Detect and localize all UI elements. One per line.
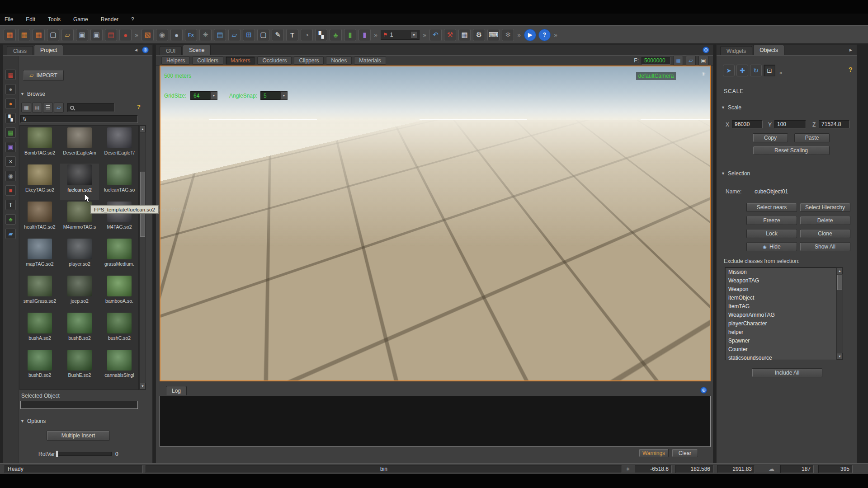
tab-log[interactable]: Log xyxy=(166,386,187,395)
keyboard-shortcuts-icon[interactable]: ⌨ xyxy=(487,29,500,41)
asset-item[interactable]: cannabisSingl xyxy=(100,349,139,385)
app-logo-icon[interactable]: ▦ xyxy=(4,29,16,41)
time-tool-icon[interactable]: ◔ xyxy=(301,29,313,41)
scale-x-field[interactable]: 96030 xyxy=(732,120,763,128)
freeze-button[interactable]: Freeze xyxy=(746,216,797,225)
move-tool-icon[interactable]: ✚ xyxy=(736,65,748,76)
more-options-chevron-icon[interactable]: » xyxy=(516,29,522,41)
select-tool-icon[interactable]: ➤ xyxy=(723,65,735,76)
scale-z-field[interactable]: 71524.8 xyxy=(819,120,849,128)
rotvar-slider-thumb[interactable] xyxy=(56,450,58,457)
more-editors-chevron-icon[interactable]: » xyxy=(373,29,378,41)
scene-logo-icon[interactable]: ▦ xyxy=(18,29,30,41)
panel-help-icon[interactable]: ? xyxy=(849,66,853,73)
selection-section-header[interactable]: ▼ Selection xyxy=(721,170,750,177)
rotate-tool-icon[interactable]: ↻ xyxy=(750,65,762,76)
list-item[interactable]: helper xyxy=(725,328,843,336)
selected-object-input[interactable] xyxy=(23,402,135,408)
clone-button[interactable]: Clone xyxy=(800,229,850,238)
script-editor-icon[interactable]: ✎ xyxy=(272,29,284,41)
asset-item[interactable]: smallGrass.so2 xyxy=(20,275,59,311)
select-nears-button[interactable]: Select nears xyxy=(746,203,797,212)
scroll-up-arrow-icon[interactable]: ▲ xyxy=(140,126,146,132)
import-button[interactable]: ▱ IMPORT xyxy=(23,70,64,81)
multiple-insert-button[interactable]: Multiple Insert xyxy=(47,431,110,441)
menu-edit[interactable]: Edit xyxy=(26,16,35,23)
list-item[interactable]: Counter xyxy=(725,345,843,353)
warnings-button[interactable]: Warnings xyxy=(639,449,669,457)
dropdown-arrow-icon[interactable]: ▼ xyxy=(280,91,288,100)
subtab-materials[interactable]: Materials xyxy=(354,56,386,65)
terrain-class-icon[interactable]: ▤ xyxy=(5,127,16,138)
export-image-icon[interactable]: ▤ xyxy=(105,29,117,41)
scale-y-field[interactable]: 100 xyxy=(774,120,806,128)
options-section-header[interactable]: ▼ Options xyxy=(20,418,46,424)
small-icons-view-icon[interactable]: ▤ xyxy=(32,103,42,113)
list-item[interactable]: WeaponAmmoTAG xyxy=(725,310,843,319)
green-palette-icon[interactable]: ▮ xyxy=(344,29,356,41)
list-item[interactable]: Weapon xyxy=(725,285,843,293)
log-output[interactable] xyxy=(160,396,711,447)
hide-button[interactable]: ◉ Hide xyxy=(746,242,797,251)
target-class-icon[interactable]: ◉ xyxy=(5,171,16,181)
help-icon[interactable]: ? xyxy=(538,29,551,41)
asset-item[interactable]: grassMedium. xyxy=(100,238,139,274)
play-icon[interactable]: ▶ xyxy=(524,29,536,41)
dropdown-arrow-icon[interactable]: ▼ xyxy=(410,31,417,38)
tab-scene[interactable]: Scene xyxy=(183,45,211,55)
screenshot-record-icon[interactable]: ● xyxy=(119,29,132,41)
expand-panel-arrow-icon[interactable]: ► xyxy=(849,47,853,52)
tab-project[interactable]: Project xyxy=(34,45,63,55)
asset-grid-scrollbar[interactable]: ▲ ▼ xyxy=(139,125,146,390)
settings-gear-icon[interactable]: ⚙ xyxy=(473,29,485,41)
asset-item[interactable]: BombTAG.so2 xyxy=(20,127,59,163)
menu-tools[interactable]: Tools xyxy=(48,16,61,23)
after-layer-chevron-icon[interactable]: » xyxy=(422,29,427,41)
copy-button[interactable]: Copy xyxy=(753,133,788,142)
red-grid-icon[interactable]: ▦ xyxy=(5,70,16,80)
asset-item[interactable]: bushD.so2 xyxy=(20,349,59,385)
clear-button[interactable]: Clear xyxy=(672,449,698,457)
water-class-icon[interactable]: ▰ xyxy=(5,229,16,239)
material-sphere-icon[interactable]: ● xyxy=(170,29,183,41)
tab-objects[interactable]: Objects xyxy=(753,45,784,55)
reset-scaling-button[interactable]: Reset Scaling xyxy=(753,146,830,155)
lock-button[interactable]: Lock xyxy=(746,229,797,238)
focus-folder-icon[interactable]: ▱ xyxy=(686,56,696,66)
cross-class-icon[interactable]: × xyxy=(5,156,16,167)
purple-material-icon[interactable]: ▣ xyxy=(5,142,16,152)
world-editor-icon[interactable]: ▧ xyxy=(142,29,154,41)
layer-dropdown[interactable]: ⚑ 1 ▼ xyxy=(381,30,420,40)
exclude-list-scrollbar[interactable]: ▲ ▼ xyxy=(836,267,843,360)
list-item[interactable]: itemObject xyxy=(725,293,843,302)
asset-item[interactable]: healthTAG.so2 xyxy=(20,201,59,237)
menu-file[interactable]: File xyxy=(5,16,13,23)
tab-widgets[interactable]: Widgets xyxy=(720,46,752,55)
asset-item[interactable]: bambooA.so. xyxy=(100,275,139,311)
list-item[interactable]: staticsoundsource xyxy=(725,353,843,360)
asset-item[interactable]: bushA.so2 xyxy=(20,312,59,348)
new-document-icon[interactable]: ▢ xyxy=(47,29,59,41)
focus-grid-icon[interactable]: ▦ xyxy=(673,56,683,66)
list-item[interactable]: ItemTAG xyxy=(725,302,843,310)
subtab-occluders[interactable]: Occluders xyxy=(257,56,292,65)
undo-icon[interactable]: ↶ xyxy=(429,29,442,41)
orange-sphere-icon[interactable]: ● xyxy=(5,99,16,109)
select-hierarchy-button[interactable]: Select Hierarchy xyxy=(800,203,850,212)
asset-item[interactable]: bushB.so2 xyxy=(60,312,99,348)
camera-settings-icon[interactable]: ✳ xyxy=(701,71,706,77)
exclude-classes-list[interactable]: Mission WeaponTAG Weapon itemObject Item… xyxy=(725,267,843,360)
viewport-3d[interactable]: 500 meters defaultCamera ✳ GridSize: 64 … xyxy=(160,66,711,381)
list-view-icon[interactable]: ☰ xyxy=(43,103,53,113)
purple-palette-icon[interactable]: ▮ xyxy=(359,29,371,41)
menu-game[interactable]: Game xyxy=(73,16,88,23)
tree-class-icon[interactable]: ♣ xyxy=(5,214,16,225)
asset-item[interactable]: EkeyTAG.so2 xyxy=(20,164,59,200)
asset-search-box[interactable] xyxy=(67,103,114,112)
detach-panel-globe-icon[interactable]: ⊕ xyxy=(700,387,707,394)
scrollbar-thumb[interactable] xyxy=(837,275,842,290)
grid-toggle-icon[interactable]: ▦ xyxy=(458,29,471,41)
window-layout-icon[interactable]: ▢ xyxy=(257,29,269,41)
add-resource-icon[interactable]: ⊞ xyxy=(243,29,255,41)
checker-class-icon[interactable]: ▚ xyxy=(5,113,16,123)
